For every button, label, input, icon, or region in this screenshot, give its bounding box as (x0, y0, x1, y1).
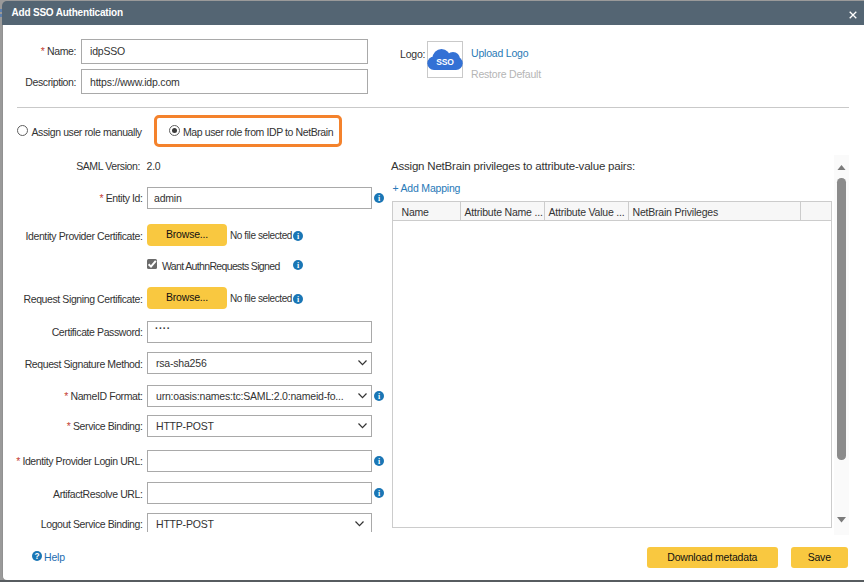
svg-text:?: ? (34, 551, 39, 561)
svg-text:SSO: SSO (436, 57, 454, 67)
